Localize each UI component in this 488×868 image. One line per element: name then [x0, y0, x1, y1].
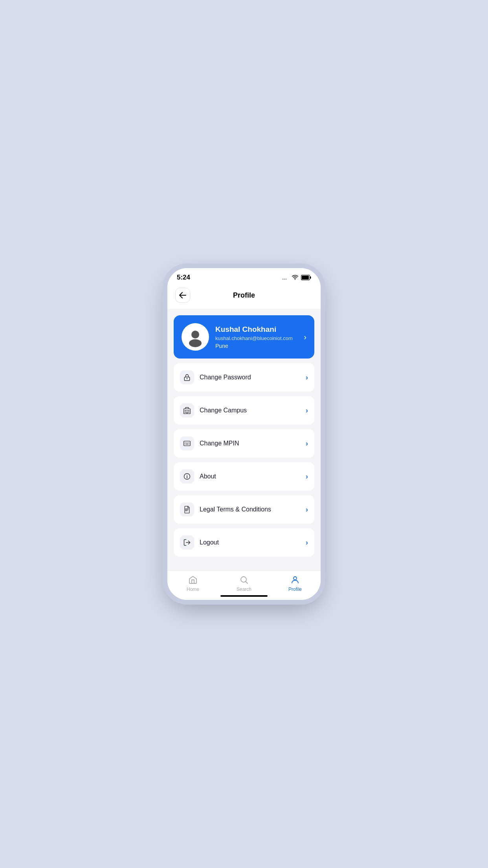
profile-chevron-icon: ›: [304, 333, 306, 342]
document-icon-wrap: [180, 502, 194, 517]
legal-chevron-icon: ›: [306, 506, 308, 514]
document-icon: [183, 506, 191, 513]
nav-item-profile[interactable]: Profile: [270, 575, 321, 592]
change-campus-label: Change Campus: [200, 407, 300, 414]
back-button[interactable]: [175, 288, 190, 303]
svg-point-0: [283, 279, 284, 280]
info-icon: [183, 473, 191, 480]
logout-icon-wrap: [180, 535, 194, 550]
menu-item-change-campus[interactable]: Change Campus ›: [174, 396, 314, 425]
nav-item-search[interactable]: Search: [218, 575, 270, 592]
svg-rect-4: [310, 276, 311, 279]
svg-point-29: [185, 511, 186, 511]
battery-icon: [301, 275, 311, 280]
info-icon-wrap: [180, 469, 194, 484]
svg-rect-5: [302, 276, 309, 280]
svg-rect-24: [189, 444, 189, 445]
profile-nav-label: Profile: [288, 587, 302, 592]
status-bar: 5:24: [167, 268, 321, 285]
about-label: About: [200, 473, 300, 480]
svg-point-9: [187, 378, 188, 379]
svg-rect-22: [185, 444, 185, 445]
header: Profile: [167, 285, 321, 309]
home-indicator: [220, 595, 268, 597]
change-mpin-chevron-icon: ›: [306, 440, 308, 448]
svg-rect-12: [187, 410, 188, 411]
lock-icon: [183, 373, 191, 381]
wifi-icon: [292, 275, 299, 280]
status-icons: [282, 275, 311, 280]
profile-email: kushal.chokhani@bluecoiniot.com: [215, 335, 297, 341]
svg-point-2: [286, 279, 287, 280]
logout-chevron-icon: ›: [306, 539, 308, 547]
profile-card[interactable]: Kushal Chokhani kushal.chokhani@bluecoin…: [174, 315, 314, 359]
menu-item-legal-terms[interactable]: Legal Terms & Conditions ›: [174, 495, 314, 524]
menu-item-logout[interactable]: Logout ›: [174, 528, 314, 557]
svg-rect-23: [186, 444, 188, 445]
logout-icon: [183, 539, 191, 546]
svg-rect-17: [184, 441, 191, 446]
svg-point-1: [284, 279, 285, 280]
home-icon: [188, 575, 198, 585]
svg-rect-11: [185, 410, 186, 411]
about-chevron-icon: ›: [306, 473, 308, 481]
back-arrow-icon: [179, 292, 186, 298]
keyboard-icon-wrap: [180, 436, 194, 451]
svg-point-31: [294, 577, 297, 580]
svg-point-26: [187, 475, 187, 476]
avatar-icon: [185, 327, 205, 347]
menu-item-change-mpin[interactable]: Change MPIN ›: [174, 429, 314, 458]
building-icon-wrap: [180, 403, 194, 417]
keyboard-icon: [183, 440, 191, 447]
menu-item-about[interactable]: About ›: [174, 462, 314, 491]
svg-point-6: [191, 331, 199, 338]
svg-point-7: [189, 339, 202, 347]
profile-name: Kushal Chokhani: [215, 325, 297, 334]
profile-city: Pune: [215, 343, 297, 349]
change-mpin-label: Change MPIN: [200, 440, 300, 447]
menu-item-change-password[interactable]: Change Password ›: [174, 363, 314, 392]
svg-rect-16: [188, 412, 189, 413]
svg-rect-19: [186, 443, 187, 443]
scroll-content: Kushal Chokhani kushal.chokhani@bluecoin…: [167, 309, 321, 570]
legal-terms-label: Legal Terms & Conditions: [200, 506, 300, 513]
logout-label: Logout: [200, 539, 300, 546]
change-password-chevron-icon: ›: [306, 373, 308, 382]
svg-rect-20: [187, 443, 188, 443]
home-nav-label: Home: [187, 587, 199, 592]
lock-icon-wrap: [180, 370, 194, 384]
page-title: Profile: [190, 291, 298, 300]
profile-icon: [290, 575, 300, 585]
svg-point-27: [185, 509, 186, 509]
svg-rect-13: [188, 410, 189, 411]
avatar: [182, 323, 209, 351]
svg-rect-21: [189, 443, 189, 443]
change-password-label: Change Password: [200, 374, 300, 381]
svg-point-28: [185, 509, 186, 510]
profile-info: Kushal Chokhani kushal.chokhani@bluecoin…: [215, 325, 297, 349]
phone-frame: 5:24: [167, 268, 321, 600]
building-icon: [183, 406, 191, 414]
svg-rect-14: [185, 412, 186, 413]
change-campus-chevron-icon: ›: [306, 406, 308, 415]
nav-item-home[interactable]: Home: [167, 575, 218, 592]
signal-icon: [282, 275, 289, 280]
svg-rect-15: [187, 412, 188, 413]
search-nav-label: Search: [237, 587, 251, 592]
svg-rect-18: [185, 443, 185, 443]
status-time: 5:24: [177, 274, 190, 281]
search-icon: [239, 575, 249, 585]
